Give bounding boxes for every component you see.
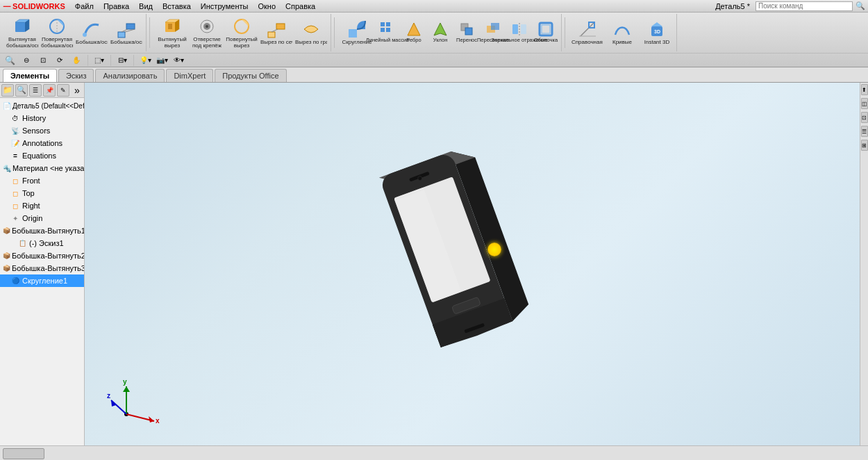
- tree-item-fillet1[interactable]: 🔵 Скругление1: [0, 274, 84, 287]
- status-model-button[interactable]: [3, 448, 44, 459]
- tree-item-top[interactable]: ◻ Top: [0, 187, 84, 199]
- menu-view[interactable]: Вид: [135, 1, 157, 11]
- hole-wizard-button[interactable]: Отверстиепод крепёж: [190, 15, 224, 50]
- right-btn-2[interactable]: ◫: [861, 98, 868, 109]
- pattern-icon: [380, 22, 395, 37]
- tree-item-part[interactable]: 📄 Деталь5 (Default<<Default>_Ph: [0, 99, 84, 112]
- svg-text:y: y: [123, 378, 127, 386]
- svg-rect-21: [349, 29, 357, 38]
- svg-line-37: [581, 22, 594, 36]
- tree-item-sketch1[interactable]: 📋 (-) Эскиз1: [0, 237, 84, 249]
- hide-show-button[interactable]: 👁▾: [172, 54, 185, 67]
- draft-label: Уклон: [433, 38, 448, 43]
- lights-button[interactable]: 💡▾: [138, 54, 152, 67]
- rotate-button[interactable]: ⟳: [53, 54, 67, 67]
- tab-analyze[interactable]: Анализировать: [95, 69, 165, 82]
- tab-elements[interactable]: Элементы: [3, 69, 57, 82]
- loft-boss-icon: [117, 19, 136, 39]
- sweep-boss-button[interactable]: Бобышка/основание по траектории: [75, 15, 108, 50]
- draft-button[interactable]: Уклон: [428, 15, 453, 50]
- tabs-row: Элементы Эскиз Анализировать DimXpert Пр…: [0, 67, 868, 83]
- tree-item-sensors[interactable]: 📡 Sensors: [0, 124, 84, 137]
- panel-btn-search[interactable]: 🔍: [15, 84, 28, 97]
- fillet-button[interactable]: Скругление: [340, 15, 374, 50]
- intersect-icon: [485, 22, 501, 37]
- intersect-button[interactable]: Пересечение: [481, 15, 506, 50]
- tree-item-history[interactable]: ⏱ History: [0, 112, 84, 124]
- tree-item-extrude3[interactable]: 📦 Бобышка-Вытянуть3: [0, 262, 84, 274]
- view-settings-button[interactable]: 📷▾: [155, 54, 169, 67]
- left-panel-toolbar: 📁 🔍 ☰ 📌 ✎ »: [0, 83, 84, 98]
- rib-button[interactable]: Ребро: [401, 15, 426, 50]
- extrude-boss-button[interactable]: Вытянутаябобышка/основание: [6, 15, 39, 50]
- coordinate-axes: x y z: [106, 376, 161, 432]
- status-bar: [0, 445, 868, 460]
- panel-expand-button[interactable]: »: [72, 85, 83, 96]
- loft-cut-button[interactable]: Вырез по сечениям: [260, 15, 293, 50]
- panel-btn-folder[interactable]: 📁: [1, 84, 14, 97]
- tab-office[interactable]: Продукты Office: [215, 69, 286, 82]
- right-btn-4[interactable]: ☰: [861, 126, 868, 137]
- shell-icon: [538, 22, 553, 37]
- boundary-cut-button[interactable]: Вырез по границе: [294, 15, 328, 50]
- tab-sketch[interactable]: Эскиз: [58, 69, 94, 82]
- svg-rect-25: [386, 28, 390, 32]
- tree-item-extrude2[interactable]: 📦 Бобышка-Вытянуть2: [0, 249, 84, 262]
- svg-text:3D: 3D: [654, 29, 660, 34]
- panel-btn-list[interactable]: ☰: [29, 84, 42, 97]
- curves-label: Кривые: [612, 40, 632, 46]
- revolve-boss-button[interactable]: Повернутаябобышка/основание: [40, 15, 74, 50]
- tree-item-origin[interactable]: ✦ Origin: [0, 212, 84, 224]
- zoom-fit-button[interactable]: ⊡: [36, 54, 50, 67]
- tree-item-annotations[interactable]: 📝 Annotations: [0, 137, 84, 149]
- canvas-area[interactable]: x y z: [85, 83, 860, 445]
- menu-edit[interactable]: Правка: [99, 1, 133, 11]
- revolve-cut-button[interactable]: Повернутыйвырез: [225, 15, 258, 50]
- svg-rect-23: [386, 22, 390, 26]
- tree-item-extrude1[interactable]: 📦 Бобышка-Вытянуть1: [0, 224, 84, 237]
- menu-help[interactable]: Справка: [281, 1, 319, 11]
- pattern-button[interactable]: Линейный массив: [375, 15, 400, 50]
- move-button[interactable]: Перенос: [454, 15, 479, 50]
- menu-insert[interactable]: Вставка: [158, 1, 195, 11]
- svg-marker-62: [123, 386, 130, 392]
- right-btn-3[interactable]: ⊡: [861, 112, 868, 123]
- menu-window[interactable]: Окно: [253, 1, 280, 11]
- extrude-cut-icon: [162, 17, 182, 36]
- tree-item-material[interactable]: 🔩 Материал <не указан>: [0, 162, 84, 174]
- phone-3d-model: [347, 134, 544, 365]
- menu-file[interactable]: Файл: [71, 1, 98, 11]
- app-logo: ⸻ SOLIDWORKS: [3, 2, 65, 10]
- loft-boss-button[interactable]: Бобышка/основание по сечениям: [110, 15, 143, 50]
- svg-line-20: [272, 29, 278, 32]
- extrude-cut-button[interactable]: Вытянутыйвырез: [156, 15, 189, 50]
- revolve-boss-label: Повернутаябобышка/основание: [41, 37, 73, 49]
- search-icon[interactable]: 🔍: [856, 1, 865, 10]
- panel-btn-pin[interactable]: 📌: [43, 84, 56, 97]
- pan-button[interactable]: ✋: [69, 54, 83, 67]
- curves-button[interactable]: Кривые: [606, 15, 639, 50]
- phone-svg: [347, 134, 546, 371]
- zoom-in-button[interactable]: 🔍: [3, 54, 17, 67]
- instant3d-button[interactable]: 3D Instant 3D: [640, 15, 674, 50]
- mirror-button[interactable]: Зеркальное отражение: [507, 15, 532, 50]
- tree-item-equations[interactable]: = Equations: [0, 149, 84, 162]
- svg-rect-13: [168, 24, 172, 29]
- section-view-button[interactable]: ⊟▾: [115, 54, 129, 67]
- tree-item-front[interactable]: ◻ Front: [0, 174, 84, 187]
- curves-icon: [612, 19, 632, 39]
- loft-boss-label: Бобышка/основание по сечениям: [110, 40, 142, 46]
- panel-btn-edit[interactable]: ✎: [57, 84, 69, 97]
- zoom-out-button[interactable]: ⊖: [19, 54, 33, 67]
- right-btn-1[interactable]: ⬆: [861, 84, 868, 95]
- shell-button[interactable]: Оболочка: [533, 15, 558, 50]
- search-input[interactable]: [756, 1, 853, 11]
- rib-label: Ребро: [406, 38, 421, 43]
- display-style-button[interactable]: ⬚▾: [92, 54, 106, 67]
- right-btn-5[interactable]: ⊞: [861, 140, 868, 151]
- tab-dimxpert[interactable]: DimXpert: [166, 69, 213, 82]
- ref-geometry-button[interactable]: Справочная геометрия: [571, 15, 604, 50]
- tree-item-right[interactable]: ◻ Right: [0, 199, 84, 212]
- fillet1-icon: 🔵: [10, 275, 21, 286]
- menu-tools[interactable]: Инструменты: [197, 1, 253, 11]
